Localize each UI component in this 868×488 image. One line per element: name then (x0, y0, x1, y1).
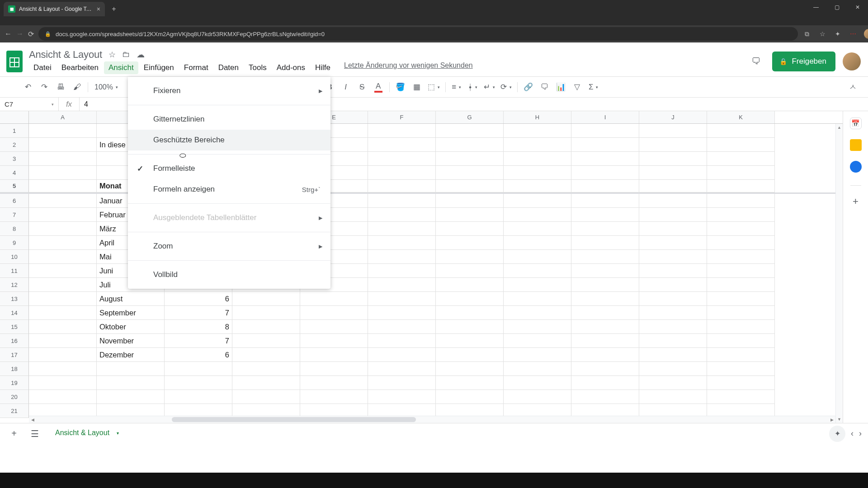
cell-H5[interactable] (504, 180, 571, 192)
add-addon-button[interactable]: + (853, 196, 859, 207)
cell-H13[interactable] (504, 292, 571, 306)
cell-K16[interactable] (707, 334, 775, 348)
cell-K7[interactable] (707, 208, 775, 222)
row-header-12[interactable]: 12 (0, 278, 29, 292)
cell-H3[interactable] (504, 152, 571, 166)
keep-addon-icon[interactable] (850, 139, 862, 151)
cell-K19[interactable] (707, 376, 775, 390)
cell-H7[interactable] (504, 208, 571, 222)
cell-J2[interactable] (639, 138, 707, 152)
cell-G10[interactable] (436, 250, 504, 264)
bookmark-icon[interactable]: ☆ (818, 29, 827, 38)
cell-A5[interactable] (29, 180, 97, 192)
row-header-7[interactable]: 7 (0, 208, 29, 222)
cell-J7[interactable] (639, 208, 707, 222)
cell-G9[interactable] (436, 236, 504, 250)
cell-G20[interactable] (436, 390, 504, 404)
cell-G18[interactable] (436, 362, 504, 376)
cell-F8[interactable] (368, 222, 436, 236)
cell-J3[interactable] (639, 152, 707, 166)
url-field[interactable]: 🔒 docs.google.com/spreadsheets/d/12KXm2A… (38, 27, 798, 41)
cell-H1[interactable] (504, 124, 571, 138)
cell-C19[interactable] (165, 376, 232, 390)
paint-format-button[interactable]: 🖌 (70, 80, 84, 94)
cell-G3[interactable] (436, 152, 504, 166)
menu-format[interactable]: Format (179, 61, 213, 74)
cell-G13[interactable] (436, 292, 504, 306)
row-header-15[interactable]: 15 (0, 320, 29, 334)
cell-A18[interactable] (29, 362, 97, 376)
share-button[interactable]: 🔒 Freigeben (772, 52, 835, 71)
all-sheets-button[interactable]: ☰ (27, 426, 42, 441)
cell-A17[interactable] (29, 348, 97, 362)
sheets-logo[interactable] (5, 49, 24, 74)
qr-icon[interactable]: ⧉ (802, 29, 811, 38)
italic-button[interactable]: I (339, 80, 353, 94)
column-header-F[interactable]: F (368, 111, 436, 123)
row-header-19[interactable]: 19 (0, 376, 29, 390)
cell-H14[interactable] (504, 306, 571, 320)
strike-button[interactable]: S (355, 80, 369, 94)
cell-A10[interactable] (29, 250, 97, 264)
cell-D15[interactable] (232, 320, 300, 334)
undo-button[interactable]: ↶ (21, 80, 35, 94)
cell-B15[interactable]: Oktober (97, 320, 165, 334)
sheet-nav-left[interactable]: ‹ (851, 429, 854, 438)
column-header-H[interactable]: H (504, 111, 571, 123)
cell-H12[interactable] (504, 278, 571, 292)
cell-A14[interactable] (29, 306, 97, 320)
cell-B16[interactable]: November (97, 334, 165, 348)
column-header-G[interactable]: G (436, 111, 504, 123)
cell-D14[interactable] (232, 306, 300, 320)
maximize-button[interactable]: ▢ (826, 0, 847, 14)
cell-F6[interactable] (368, 194, 436, 208)
cell-J16[interactable] (639, 334, 707, 348)
cell-G6[interactable] (436, 194, 504, 208)
cell-B20[interactable] (97, 390, 165, 404)
merge-button[interactable]: ⬚ (426, 80, 442, 94)
cell-I5[interactable] (571, 180, 639, 192)
cell-K10[interactable] (707, 250, 775, 264)
cell-A9[interactable] (29, 236, 97, 250)
cell-F2[interactable] (368, 138, 436, 152)
cell-F3[interactable] (368, 152, 436, 166)
spreadsheet-grid[interactable]: ABCDEFGHIJK 12In dieseerer Google-Tabell… (0, 111, 843, 423)
sheet-tab-active[interactable]: Ansicht & Layout (48, 425, 126, 442)
cell-J10[interactable] (639, 250, 707, 264)
cell-A3[interactable] (29, 152, 97, 166)
menu-item-5[interactable]: ✓Formelleiste (128, 158, 330, 179)
cell-F9[interactable] (368, 236, 436, 250)
menu-item-0[interactable]: Fixieren▶ (128, 80, 330, 101)
cell-C20[interactable] (165, 390, 232, 404)
cell-F17[interactable] (368, 348, 436, 362)
cell-K12[interactable] (707, 278, 775, 292)
cell-F20[interactable] (368, 390, 436, 404)
cell-F11[interactable] (368, 264, 436, 278)
cell-B17[interactable]: Dezember (97, 348, 165, 362)
sheet-nav-right[interactable]: › (859, 429, 862, 438)
cell-G2[interactable] (436, 138, 504, 152)
cell-K20[interactable] (707, 390, 775, 404)
row-header-18[interactable]: 18 (0, 362, 29, 376)
cell-C15[interactable]: 8 (165, 320, 232, 334)
cell-C16[interactable]: 7 (165, 334, 232, 348)
cell-I20[interactable] (571, 390, 639, 404)
cell-H20[interactable] (504, 390, 571, 404)
cell-H15[interactable] (504, 320, 571, 334)
borders-button[interactable]: ▦ (410, 80, 424, 94)
cell-H11[interactable] (504, 264, 571, 278)
cell-K17[interactable] (707, 348, 775, 362)
cell-I8[interactable] (571, 222, 639, 236)
cell-I16[interactable] (571, 334, 639, 348)
cell-I3[interactable] (571, 152, 639, 166)
row-header-11[interactable]: 11 (0, 264, 29, 278)
row-header-20[interactable]: 20 (0, 390, 29, 404)
cell-A19[interactable] (29, 376, 97, 390)
last-edit-link[interactable]: Letzte Änderung vor wenigen Sekunden (344, 61, 473, 74)
cell-A7[interactable] (29, 208, 97, 222)
cell-F15[interactable] (368, 320, 436, 334)
cell-B13[interactable]: August (97, 292, 165, 306)
cell-F19[interactable] (368, 376, 436, 390)
cell-D19[interactable] (232, 376, 300, 390)
row-header-16[interactable]: 16 (0, 334, 29, 348)
